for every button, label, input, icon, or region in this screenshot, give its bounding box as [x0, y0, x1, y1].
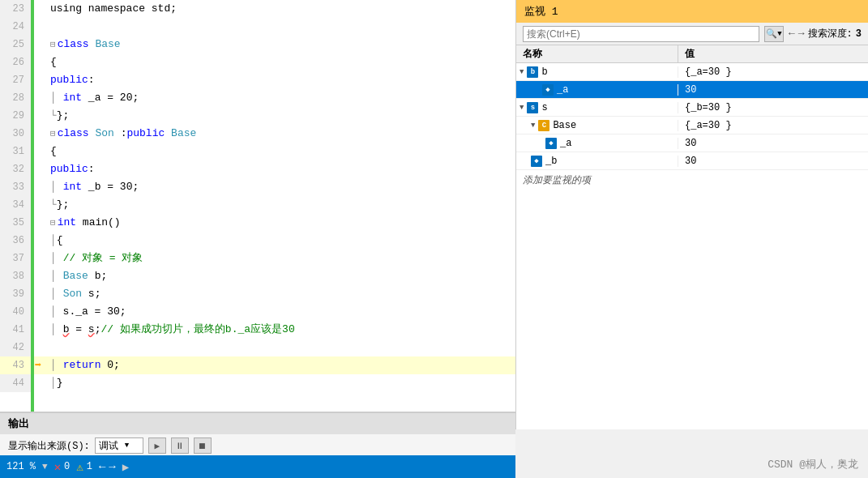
line-number: 27: [0, 71, 31, 89]
line-number: 30: [0, 125, 31, 143]
navigation-arrows[interactable]: ← →: [99, 460, 116, 473]
status-divider: ▼: [42, 462, 48, 472]
line-number: 23: [0, 0, 31, 18]
line-content: ⊟class Base: [45, 36, 515, 53]
watch-row-b[interactable]: ▼ b b {_a=30 }: [516, 63, 868, 81]
line-content: └};: [45, 107, 515, 125]
line-number: 37: [0, 250, 31, 267]
code-line-44: 44 │}: [0, 374, 515, 392]
code-editor[interactable]: 23 using namespace std; 24 25 ⊟class Bas…: [0, 0, 515, 412]
watch-row-base[interactable]: ▼ C Base {_a=30 }: [516, 117, 868, 134]
line-content: using namespace std;: [45, 0, 515, 18]
code-line-24: 24: [0, 18, 515, 36]
code-line-26: 26 {: [0, 53, 515, 71]
expand-icon[interactable]: ▼: [531, 122, 535, 130]
line-number: 28: [0, 89, 31, 107]
watch-nav-controls: ← → 搜索深度: 3: [789, 27, 862, 41]
line-number: 32: [0, 160, 31, 178]
output-label: 输出: [8, 416, 29, 431]
code-line-23: 23 using namespace std;: [0, 0, 515, 18]
code-line-37: 37 │ // 对象 = 对象: [0, 250, 515, 267]
collapse-icon[interactable]: ⊟: [50, 218, 56, 228]
output-source-select[interactable]: 调试 ▼: [95, 437, 143, 454]
line-number: 36: [0, 232, 31, 250]
watch-cell-name: ◆ _a: [516, 84, 678, 96]
line-number: 34: [0, 196, 31, 214]
line-content: ⊟class Son :public Base: [45, 125, 515, 143]
bottom-right-panel: CSDN @桐人，奥龙: [515, 429, 868, 478]
class-icon: C: [538, 120, 549, 131]
watch-header: 监视 1: [516, 0, 868, 23]
line-number: 35: [0, 214, 31, 232]
code-line-30: 30 ⊟class Son :public Base: [0, 125, 515, 143]
line-number: 38: [0, 267, 31, 285]
line-content: │ int _b = 30;: [45, 178, 515, 196]
watermark-text: CSDN @桐人，奥龙: [768, 457, 858, 472]
line-content: │ b = s;// 如果成功切片，最终的b._a应该是30: [45, 321, 515, 339]
line-content: │{: [45, 232, 515, 250]
output-action-btn-2[interactable]: ⏸: [171, 437, 189, 454]
collapse-icon[interactable]: ⊟: [50, 129, 56, 139]
line-content: │ Base b;: [45, 267, 515, 285]
watch-search-button[interactable]: 🔍 ▼: [764, 26, 784, 42]
code-line-41: 41 │ b = s;// 如果成功切片，最终的b._a应该是30: [0, 321, 515, 339]
code-line-36: 36 │{: [0, 232, 515, 250]
variable-icon: ◆: [542, 84, 554, 96]
line-number: 26: [0, 53, 31, 71]
collapse-icon[interactable]: ⊟: [50, 40, 56, 49]
warning-icon: ⚠: [76, 460, 83, 474]
output-controls: 显示输出来源(S): 调试 ▼ ▶ ⏸ ⏹: [0, 434, 515, 457]
scrollbar-arrow[interactable]: ▶: [122, 460, 129, 474]
expand-icon[interactable]: ▼: [520, 68, 524, 76]
watch-column-header: 名称 值: [516, 45, 868, 63]
watch-cell-name: ◆ _b: [516, 156, 678, 167]
watch-title: 监视 1: [524, 4, 558, 19]
watch-cell-value: 30: [678, 156, 868, 167]
variable-icon: b: [527, 66, 538, 78]
variable-icon: s: [527, 102, 538, 113]
watch-rows-container: ▼ b b {_a=30 } ◆ _a 30 ▼ s s {_b=30 }: [516, 63, 868, 190]
watch-cell-name: ▼ b b: [516, 66, 678, 78]
execution-arrow-icon: ➡: [35, 356, 41, 374]
watch-nav-back-btn[interactable]: ←: [789, 28, 795, 40]
code-line-31: 31 {: [0, 143, 515, 160]
line-content: {: [45, 143, 515, 160]
search-icon: 🔍: [766, 28, 777, 39]
output-action-btn-3[interactable]: ⏹: [194, 437, 212, 454]
watch-row-b-child[interactable]: ◆ _b 30: [516, 152, 868, 170]
watch-add-item[interactable]: 添加要监视的项: [516, 170, 868, 190]
watch-search-bar: 🔍 ▼ ← → 搜索深度: 3: [516, 23, 868, 45]
line-number: 40: [0, 303, 31, 321]
code-line-42: 42: [0, 339, 515, 356]
watch-row-s[interactable]: ▼ s s {_b=30 }: [516, 99, 868, 117]
line-content: │ return 0;: [45, 356, 515, 374]
line-number: 41: [0, 321, 31, 339]
code-line-35: 35 ⊟int main(): [0, 214, 515, 232]
output-action-btn-1[interactable]: ▶: [148, 437, 166, 454]
line-number: 43: [0, 356, 31, 374]
line-content: │ int _a = 20;: [45, 89, 515, 107]
status-bar: 121 % ▼ ✕ 0 ⚠ 1 ← → ▶: [0, 455, 515, 478]
warning-count[interactable]: ⚠ 1: [76, 460, 92, 474]
watch-row-a-selected[interactable]: ◆ _a 30: [516, 81, 868, 99]
nav-back-btn[interactable]: ←: [99, 460, 105, 473]
expand-icon[interactable]: ▼: [520, 104, 524, 112]
watch-cell-value: {_b=30 }: [678, 102, 868, 113]
output-source-value: 调试: [99, 439, 118, 453]
nav-forward-btn[interactable]: →: [109, 460, 115, 473]
line-content: public:: [45, 71, 515, 89]
error-icon: ✕: [54, 460, 61, 474]
variable-icon: ◆: [531, 156, 542, 167]
watch-nav-forward-btn[interactable]: →: [798, 28, 805, 40]
line-content: ⊟int main(): [45, 214, 515, 232]
line-number: 24: [0, 18, 31, 36]
variable-icon: ◆: [545, 138, 557, 149]
watch-search-input[interactable]: [523, 26, 759, 42]
line-content: │}: [45, 374, 515, 392]
zoom-level: 121 %: [6, 461, 36, 472]
watch-cell-value: 30: [678, 138, 868, 149]
watch-cell-name: ▼ C Base: [516, 120, 678, 131]
watch-row-a-base[interactable]: ◆ _a 30: [516, 134, 868, 152]
error-count[interactable]: ✕ 0: [54, 460, 71, 474]
col-header-value: 值: [678, 45, 868, 62]
